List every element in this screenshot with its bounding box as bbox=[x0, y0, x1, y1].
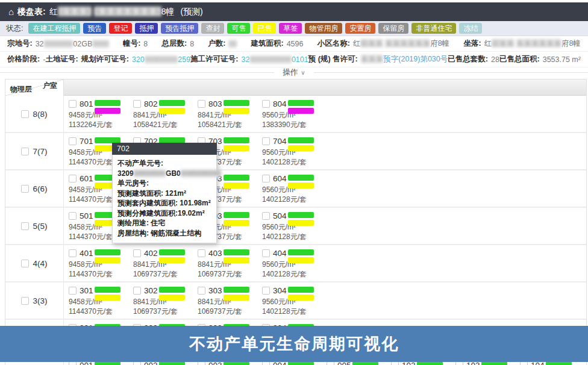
unit-number: 304 bbox=[273, 286, 287, 295]
unit-checkbox[interactable] bbox=[198, 100, 205, 108]
unit-cell-704[interactable]: 7049560元/m²1402128元/套 bbox=[257, 133, 322, 169]
unit-cell-504[interactable]: 5049560元/m²1402128元/套 bbox=[257, 208, 322, 244]
building-units-table: 物理层 户室 8(8)8019458元/m²1132264元/套8028841元… bbox=[5, 79, 587, 365]
floor-label-cell: 5(5) bbox=[5, 208, 64, 244]
status-badge[interactable]: 安置房 bbox=[345, 23, 375, 34]
unit-status-bars bbox=[159, 249, 185, 263]
floor-checkbox[interactable] bbox=[21, 148, 29, 155]
unit-cell-303[interactable]: 3038841元/m²1069737元/套 bbox=[193, 282, 257, 319]
status-badge[interactable]: 冻结 bbox=[459, 23, 482, 34]
tooltip-line: 预测分摊建筑面积:19.02m² bbox=[117, 208, 211, 219]
unit-checkbox[interactable] bbox=[69, 175, 77, 182]
status-badge[interactable]: 在建工程抵押 bbox=[28, 23, 80, 34]
status-badge[interactable]: 预告抵押 bbox=[161, 23, 198, 34]
unit-number: 303 bbox=[208, 286, 222, 295]
floor-checkbox[interactable] bbox=[21, 297, 29, 305]
unit-cell-802[interactable]: 8028841元/m²1058421元/套 bbox=[128, 96, 193, 132]
building-info-row-1: 宗地号:32000000002GB0000幢号:8总层数:8户数:00建筑面积:… bbox=[0, 36, 588, 52]
field-community-name: 小区名称:红园某某 某某某某某某府8幢 bbox=[317, 39, 450, 49]
unit-price-total: 1069737元/套 bbox=[133, 270, 193, 279]
unit-cell-304[interactable]: 3049560元/m²1402128元/套 bbox=[257, 282, 322, 319]
unit-price-total: 1132264元/套 bbox=[69, 120, 128, 130]
status-badge[interactable]: 预告 bbox=[83, 23, 106, 34]
floor-checkbox[interactable] bbox=[21, 260, 29, 267]
unit-price-total: 1058421元/套 bbox=[198, 120, 257, 130]
unit-cell-804[interactable]: 8049560元/m²1383390元/套 bbox=[257, 96, 322, 132]
unit-status-bars bbox=[288, 175, 314, 189]
field-label: 坐落: bbox=[463, 39, 481, 49]
tooltip-field-label: 测绘用途: bbox=[117, 219, 149, 227]
field-label: 施工许可证号: bbox=[190, 54, 238, 64]
unit-checkbox[interactable] bbox=[262, 137, 270, 145]
unit-cell-803[interactable]: 8038841元/m²1058421元/套 bbox=[193, 96, 257, 132]
unit-number: 404 bbox=[273, 249, 287, 258]
page-title-label: 楼盘表: bbox=[17, 7, 46, 17]
redacted-text: 园某某 bbox=[360, 39, 383, 48]
unit-cell-301[interactable]: 3019458元/m²1144370元/套 bbox=[64, 282, 128, 319]
unit-cell-604[interactable]: 6049560元/m²1402128元/套 bbox=[257, 170, 322, 207]
unit-checkbox[interactable] bbox=[262, 287, 270, 295]
status-badge[interactable]: 草签 bbox=[279, 23, 302, 34]
status-badge[interactable]: 非普通住宅 bbox=[411, 23, 456, 34]
unit-checkbox[interactable] bbox=[69, 212, 77, 220]
unit-price-total: 1058421元/套 bbox=[133, 120, 193, 130]
status-bar-yellow bbox=[224, 182, 249, 189]
unit-checkbox[interactable] bbox=[69, 100, 77, 108]
unit-cell-401[interactable]: 4019458元/m²1144370元/套 bbox=[64, 245, 128, 281]
unit-checkbox[interactable] bbox=[133, 249, 141, 257]
field-sold-total-units: 已售总套数:28 bbox=[448, 54, 499, 64]
tooltip-field-value: 101.98m² bbox=[178, 199, 211, 207]
redacted-text: 00 bbox=[228, 40, 237, 48]
status-badge[interactable]: 可售 bbox=[227, 23, 250, 34]
status-badge[interactable]: 保留房 bbox=[378, 23, 408, 34]
unit-checkbox[interactable] bbox=[262, 100, 270, 108]
unit-checkbox[interactable] bbox=[69, 287, 77, 295]
operation-dropdown[interactable]: 操作 ∨ bbox=[274, 67, 313, 78]
unit-checkbox[interactable] bbox=[133, 287, 141, 295]
floor-checkbox[interactable] bbox=[21, 185, 29, 193]
unit-status-bars bbox=[288, 287, 314, 301]
unit-checkbox[interactable] bbox=[69, 137, 77, 145]
unit-cell-404[interactable]: 4049560元/m²1402128元/套 bbox=[257, 245, 322, 281]
unit-status-bars bbox=[288, 137, 314, 151]
unit-checkbox[interactable] bbox=[262, 212, 270, 220]
unit-status-bars bbox=[95, 287, 120, 301]
unit-checkbox[interactable] bbox=[262, 249, 270, 257]
tooltip-line: 测绘用途: 住宅 bbox=[117, 218, 211, 228]
status-badge[interactable]: 已售 bbox=[253, 23, 276, 34]
status-badge[interactable]: 物管用房 bbox=[305, 23, 342, 34]
tooltip-field-value: 钢筋混凝土结构 bbox=[149, 229, 201, 237]
unit-checkbox[interactable] bbox=[133, 100, 141, 108]
field-value: 某某某预字(2019)第030号 bbox=[361, 54, 448, 64]
unit-number: 301 bbox=[80, 286, 93, 295]
status-badge[interactable]: 查封 bbox=[201, 23, 224, 34]
unit-status-bars bbox=[224, 249, 249, 263]
tooltip-field-value: 121m² bbox=[163, 189, 186, 198]
unit-cell-402[interactable]: 4028841元/m²1069737元/套 bbox=[128, 245, 193, 281]
redacted-text: 某某某某某某某某 bbox=[94, 7, 161, 16]
tooltip-field-label: 单元房号: bbox=[117, 179, 149, 187]
top-header: ⌂ 楼盘表: 红园某某某 某某某某某某某某8幢 (预测) bbox=[0, 2, 588, 21]
redacted-text: 园某某某 bbox=[58, 7, 92, 16]
unit-checkbox[interactable] bbox=[262, 175, 270, 182]
status-badge[interactable]: 登记 bbox=[109, 23, 132, 34]
unit-checkbox[interactable] bbox=[69, 249, 77, 257]
field-value: 3200000000000101 bbox=[241, 55, 308, 64]
field-label: 规划许可证号: bbox=[81, 54, 129, 64]
status-bar-yellow bbox=[288, 145, 314, 151]
home-icon[interactable]: ⌂ bbox=[8, 7, 14, 17]
unit-number: 302 bbox=[144, 286, 158, 295]
operation-divider: 操作 ∨ bbox=[0, 67, 588, 78]
unit-checkbox[interactable] bbox=[198, 249, 205, 257]
status-badge[interactable]: 抵押 bbox=[135, 23, 158, 34]
unit-cell-403[interactable]: 4038841元/m²1069737元/套 bbox=[193, 245, 257, 281]
tooltip-field-label: 不动产单元号: bbox=[117, 159, 163, 167]
floor-checkbox[interactable] bbox=[21, 222, 29, 230]
unit-cell-801[interactable]: 8019458元/m²1132264元/套 bbox=[64, 96, 128, 132]
unit-cell-302[interactable]: 3028841元/m²1069737元/套 bbox=[128, 282, 193, 319]
field-value: 8 bbox=[190, 40, 194, 48]
corner-label-floor: 物理层 bbox=[10, 84, 32, 95]
unit-checkbox[interactable] bbox=[198, 287, 205, 295]
floor-checkbox[interactable] bbox=[21, 110, 29, 118]
building-info-row-2: 价格阶段:-土地证号:规划许可证号:32000000000259施工许可证号:3… bbox=[0, 52, 588, 67]
